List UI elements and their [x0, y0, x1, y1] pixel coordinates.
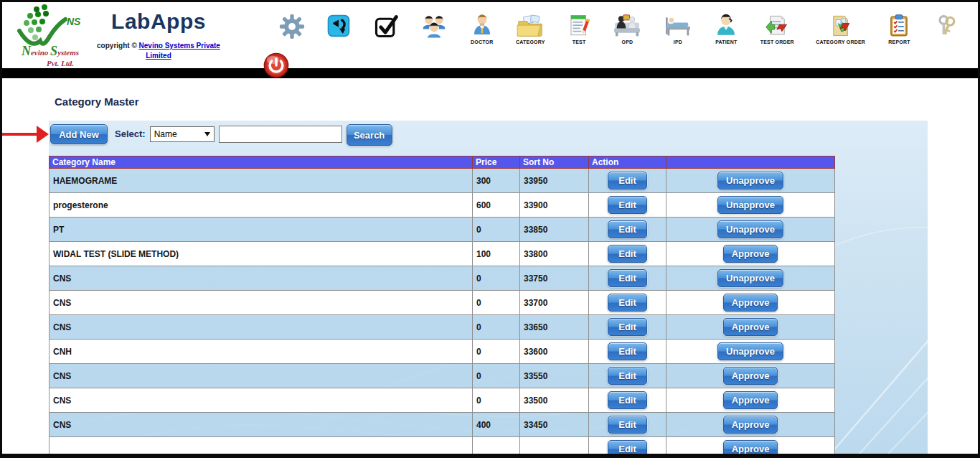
- nav-item-ipd[interactable]: IPD: [664, 14, 692, 45]
- cell-action: Edit: [589, 266, 666, 291]
- title-block: LabApps copyright © Nevino Systems Priva…: [94, 2, 223, 68]
- cell-action: Edit: [589, 364, 666, 388]
- approval-toggle-button[interactable]: Approve: [723, 294, 778, 312]
- copyright-link[interactable]: Nevino Systems Private Limited: [139, 42, 220, 60]
- cell-price: 0: [473, 218, 520, 242]
- nav-label: TEST: [573, 39, 586, 45]
- cell-approval: Approve: [666, 364, 835, 388]
- nav-label: CATEGORY: [516, 39, 545, 45]
- cell-price: 0: [473, 266, 520, 291]
- approval-toggle-button[interactable]: Approve: [723, 318, 778, 336]
- cell-category-name: CNS: [50, 291, 473, 315]
- logo-text-evino: evino: [31, 48, 50, 57]
- nav-item-announcements[interactable]: [326, 14, 351, 39]
- edit-button[interactable]: Edit: [608, 416, 647, 434]
- table-row: CNS 0 33650 Edit Approve: [50, 315, 835, 340]
- power-icon: [263, 52, 290, 79]
- cell-sort-no: 33800: [520, 242, 589, 266]
- chevron-down-icon: [204, 132, 210, 136]
- header: NS Nevino Systems Pvt. Ltd. LabApps copy…: [2, 2, 978, 68]
- cell-sort-no: 33500: [520, 388, 589, 413]
- cell-sort-no: [520, 437, 589, 454]
- approval-toggle-button[interactable]: Approve: [723, 245, 778, 263]
- edit-button[interactable]: Edit: [608, 318, 647, 336]
- cell-approval: Unapprove: [666, 218, 835, 242]
- nav-item-users[interactable]: [420, 14, 448, 41]
- edit-button[interactable]: Edit: [608, 220, 647, 238]
- approval-toggle-button[interactable]: Approve: [723, 367, 778, 385]
- approval-toggle-button[interactable]: Unapprove: [717, 220, 783, 238]
- nav-item-doctor[interactable]: DOCTOR: [470, 14, 494, 45]
- logout-power-button[interactable]: [263, 52, 290, 79]
- cell-price: 0: [473, 315, 520, 340]
- edit-button[interactable]: Edit: [608, 391, 647, 409]
- nav-item-tasks[interactable]: [373, 14, 399, 41]
- cell-category-name: CNH: [50, 340, 473, 364]
- search-button[interactable]: Search: [347, 124, 392, 146]
- edit-button[interactable]: Edit: [608, 367, 647, 385]
- edit-button[interactable]: Edit: [608, 269, 647, 287]
- search-field-select[interactable]: Name: [150, 126, 215, 142]
- edit-button[interactable]: Edit: [608, 342, 647, 360]
- cell-action: Edit: [589, 291, 666, 315]
- cell-category-name: CNS: [50, 266, 473, 291]
- approval-toggle-button[interactable]: Unapprove: [717, 172, 783, 190]
- cell-category-name: [50, 437, 473, 454]
- cell-category-name: progesterone: [50, 193, 473, 218]
- copyright-prefix: copyright ©: [97, 42, 138, 50]
- col-header-price: Price: [473, 156, 520, 169]
- cell-price: [473, 437, 520, 454]
- cell-category-name: WIDAL TEST (SLIDE METHOD): [50, 242, 473, 266]
- nav-item-settings[interactable]: [279, 14, 305, 41]
- approval-toggle-button[interactable]: Unapprove: [717, 196, 783, 214]
- nav-item-test-order[interactable]: TEST ORDER: [760, 14, 794, 45]
- table-row: CNS 0 33500 Edit Approve: [50, 388, 835, 413]
- approval-toggle-button[interactable]: Unapprove: [717, 269, 783, 287]
- search-input[interactable]: [219, 126, 342, 143]
- nav-item-patient[interactable]: PATIENT: [714, 14, 738, 45]
- main-nav: DOCTOR CATEGORY: [223, 2, 978, 68]
- category-table: Category Name Price Sort No Action HAEMO…: [49, 156, 835, 454]
- col-header-category-name: Category Name: [50, 156, 473, 169]
- logo-text-ystems: ystems: [57, 48, 79, 57]
- approval-toggle-button[interactable]: Approve: [723, 440, 778, 454]
- nav-label: PATIENT: [715, 39, 737, 45]
- cell-approval: Approve: [666, 388, 835, 413]
- ipd-bed-icon: [664, 14, 692, 38]
- table-body: HAEMOGRAME 300 33950 Edit Unapprove prog…: [50, 169, 835, 454]
- cell-price: 600: [473, 193, 520, 218]
- edit-button[interactable]: Edit: [608, 440, 647, 454]
- nav-item-report[interactable]: REPORT: [887, 14, 911, 45]
- keys-icon: [933, 14, 959, 39]
- approval-toggle-button[interactable]: Approve: [723, 416, 778, 434]
- nav-item-opd[interactable]: OPD: [613, 14, 641, 45]
- edit-button[interactable]: Edit: [608, 172, 647, 190]
- test-order-icon: [765, 14, 789, 38]
- cell-action: Edit: [589, 193, 666, 218]
- edit-button[interactable]: Edit: [608, 196, 647, 214]
- cell-category-name: CNS: [50, 364, 473, 388]
- edit-button[interactable]: Edit: [608, 294, 647, 312]
- nav-item-category-order[interactable]: CATEGORY ORDER: [816, 14, 865, 45]
- approval-toggle-button[interactable]: Unapprove: [717, 342, 783, 360]
- table-row: CNS 0 33550 Edit Approve: [50, 364, 835, 388]
- nav-item-category[interactable]: CATEGORY: [516, 14, 545, 45]
- col-header-approval: [666, 156, 835, 169]
- cell-approval: Unapprove: [666, 193, 835, 218]
- cell-sort-no: 33450: [520, 413, 589, 437]
- add-new-button[interactable]: Add New: [50, 124, 108, 144]
- cell-sort-no: 33950: [520, 169, 589, 193]
- cell-category-name: CNS: [50, 315, 473, 340]
- nav-item-keys[interactable]: [933, 14, 959, 41]
- approval-toggle-button[interactable]: Approve: [723, 391, 778, 409]
- cell-action: Edit: [589, 437, 666, 454]
- nav-item-test[interactable]: TEST: [567, 14, 591, 45]
- edit-button[interactable]: Edit: [608, 245, 647, 263]
- app-title: LabApps: [94, 9, 223, 34]
- cell-approval: Approve: [666, 242, 835, 266]
- annotation-arrow: [2, 133, 38, 136]
- logo-letter-n: N: [22, 44, 31, 58]
- gear-icon: [279, 14, 305, 39]
- table-row: CNH 0 33600 Edit Unapprove: [50, 340, 835, 364]
- table-row: WIDAL TEST (SLIDE METHOD) 100 33800 Edit…: [50, 242, 835, 266]
